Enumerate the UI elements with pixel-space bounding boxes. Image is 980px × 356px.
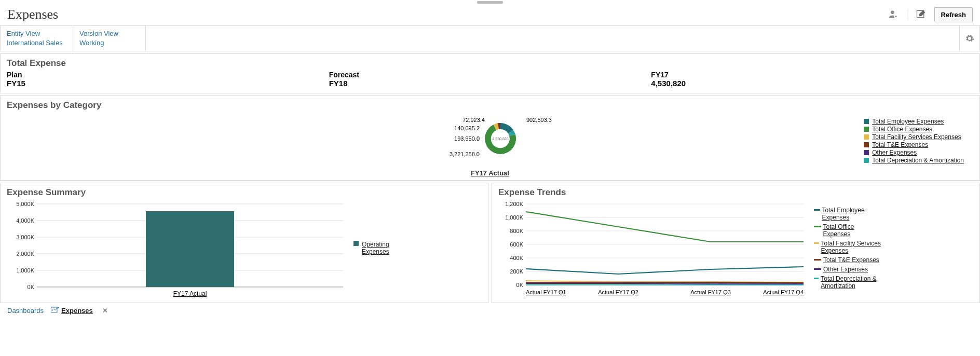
tab-expenses[interactable]: Expenses xyxy=(61,307,93,314)
donut-label-4: 3,221,258.0 xyxy=(450,151,480,157)
ebc-title: Expenses by Category xyxy=(1,96,979,113)
gear-icon xyxy=(965,34,974,43)
legend-swatch xyxy=(814,268,821,270)
header: Expenses Refresh xyxy=(0,4,980,25)
pov-bar: Entity View International Sales Version … xyxy=(0,25,980,51)
legend-item[interactable]: Other Expenses xyxy=(823,266,868,273)
te-plan-value: FY15 xyxy=(7,79,329,88)
legend-swatch xyxy=(814,278,819,279)
trend-xlabel[interactable]: Actual FY17 Q4 xyxy=(763,289,804,295)
legend-item[interactable]: Total Employee Expenses xyxy=(822,207,881,221)
legend-item[interactable]: Total Facility Services Expenses xyxy=(872,133,961,141)
ebc-legend: Total Employee Expenses Total Office Exp… xyxy=(864,118,964,165)
te-forecast-label: Forecast xyxy=(329,71,651,79)
pov-entity-value[interactable]: International Sales xyxy=(7,38,66,48)
donut-label-2: 140,095.2 xyxy=(454,125,480,131)
svg-text:200K: 200K xyxy=(510,268,523,275)
legend-swatch xyxy=(814,226,821,227)
trend-xlabel[interactable]: Actual FY17 Q1 xyxy=(526,289,566,295)
tab-expenses-icon xyxy=(51,306,59,315)
te-fy17-value: 4,530,820 xyxy=(651,79,973,88)
trend-xlabel[interactable]: Actual FY17 Q2 xyxy=(598,289,638,295)
legend-item[interactable]: Other Expenses xyxy=(872,149,917,156)
legend-swatch xyxy=(864,142,869,147)
total-expense-panel: Total Expense Plan FY15 Forecast FY18 FY… xyxy=(0,53,980,93)
pov-entity: Entity View International Sales xyxy=(1,26,73,51)
legend-item[interactable]: Total Depreciation & Amortization xyxy=(821,275,881,290)
summary-title: Expense Summary xyxy=(1,183,488,200)
te-forecast: Forecast FY18 xyxy=(329,71,651,88)
pov-settings[interactable] xyxy=(959,26,979,51)
summary-x-label[interactable]: FY17 Actual xyxy=(173,290,207,297)
donut-label-1: 72,923.4 xyxy=(462,117,485,123)
te-fy17-label: FY17 xyxy=(651,71,973,79)
svg-text:5,000K: 5,000K xyxy=(16,201,35,207)
expense-trends-panel: Expense Trends 1,200K 1,000K 800K 600K 4… xyxy=(492,183,980,303)
legend-item[interactable]: Operating Expenses xyxy=(362,241,398,255)
divider xyxy=(907,9,907,20)
total-expense-title: Total Expense xyxy=(1,54,979,71)
donut-label-3: 193,950.0 xyxy=(454,135,480,142)
legend-swatch xyxy=(864,127,869,132)
pov-entity-label[interactable]: Entity View xyxy=(7,29,66,38)
legend-swatch xyxy=(864,150,869,155)
legend-item[interactable]: Total Office Expenses xyxy=(823,223,881,238)
legend-item[interactable]: Total Employee Expenses xyxy=(872,118,944,125)
legend-swatch xyxy=(864,119,869,124)
expenses-by-category-panel: Expenses by Category 4,530,820 902,593.3… xyxy=(0,95,980,181)
svg-text:1,200K: 1,200K xyxy=(505,201,524,207)
legend-swatch xyxy=(353,241,359,246)
svg-text:400K: 400K xyxy=(510,255,523,261)
legend-swatch xyxy=(864,158,869,163)
te-fy17: FY17 4,530,820 xyxy=(651,71,973,88)
trends-legend: Total Employee Expenses Total Office Exp… xyxy=(809,200,881,298)
te-forecast-value: FY18 xyxy=(329,79,651,88)
te-plan-label: Plan xyxy=(7,71,329,79)
donut-center: 4,530,820 xyxy=(492,137,508,141)
svg-text:2,000K: 2,000K xyxy=(16,251,35,257)
svg-rect-30 xyxy=(51,307,57,312)
pov-version: Version View Working xyxy=(73,26,146,51)
bottom-tabs: Dashboards Expenses ✕ xyxy=(0,303,980,318)
refresh-button[interactable]: Refresh xyxy=(934,7,973,22)
trend-xlabel[interactable]: Actual FY17 Q3 xyxy=(690,289,731,295)
svg-text:1,000K: 1,000K xyxy=(16,267,35,273)
tab-dashboards[interactable]: Dashboards xyxy=(7,307,44,314)
legend-item[interactable]: Total Facility Services Expenses xyxy=(821,240,881,254)
user-settings-icon[interactable] xyxy=(886,7,901,22)
svg-text:4,000K: 4,000K xyxy=(16,217,35,224)
bar-operating-expenses[interactable] xyxy=(146,211,234,287)
drag-handle[interactable] xyxy=(477,1,503,4)
expense-summary-panel: Expense Summary 5,000K 4,000K 3,000K 2,0… xyxy=(0,183,488,303)
svg-text:0K: 0K xyxy=(516,282,524,288)
line-other[interactable] xyxy=(526,283,804,284)
te-plan: Plan FY15 xyxy=(7,71,329,88)
legend-swatch xyxy=(814,259,821,261)
svg-text:600K: 600K xyxy=(510,241,523,248)
line-employee[interactable] xyxy=(526,267,804,274)
legend-swatch xyxy=(814,242,819,244)
legend-item[interactable]: Total T&E Expenses xyxy=(872,141,928,148)
legend-item[interactable]: Total Office Expenses xyxy=(872,126,932,133)
svg-text:3,000K: 3,000K xyxy=(16,234,35,240)
legend-swatch xyxy=(864,134,869,140)
svg-text:800K: 800K xyxy=(510,228,523,234)
pov-version-label[interactable]: Version View xyxy=(79,29,139,38)
summary-legend: Operating Expenses xyxy=(348,200,398,298)
donut-label-0: 902,593.3 xyxy=(526,117,552,123)
legend-item[interactable]: Total Depreciation & Amortization xyxy=(872,157,964,164)
svg-point-0 xyxy=(891,11,894,15)
trends-title: Expense Trends xyxy=(492,183,979,200)
page-title: Expenses xyxy=(7,7,58,22)
line-te[interactable] xyxy=(526,282,804,283)
legend-swatch xyxy=(814,209,820,211)
donut-caption[interactable]: FY17 Actual xyxy=(471,169,509,177)
line-office[interactable] xyxy=(526,212,804,242)
summary-chart: 5,000K 4,000K 3,000K 2,000K 1,000K 0K FY… xyxy=(6,200,348,298)
edit-icon[interactable] xyxy=(914,7,928,22)
legend-item[interactable]: Total T&E Expenses xyxy=(823,256,879,264)
close-tab-icon[interactable]: ✕ xyxy=(102,307,108,314)
pov-version-value[interactable]: Working xyxy=(79,38,139,48)
svg-text:0K: 0K xyxy=(28,284,35,290)
trends-chart: 1,200K 1,000K 800K 600K 400K 200K 0K xyxy=(497,200,809,298)
